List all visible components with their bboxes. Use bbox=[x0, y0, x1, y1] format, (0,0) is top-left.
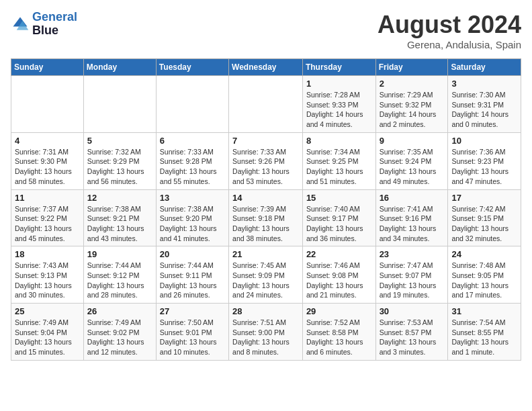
day-info: Sunrise: 7:51 AM Sunset: 9:00 PM Dayligh… bbox=[232, 318, 299, 357]
day-number: 13 bbox=[160, 193, 225, 203]
day-info: Sunrise: 7:49 AM Sunset: 9:02 PM Dayligh… bbox=[87, 318, 152, 357]
day-info: Sunrise: 7:52 AM Sunset: 8:58 PM Dayligh… bbox=[306, 318, 372, 357]
day-info: Sunrise: 7:31 AM Sunset: 9:30 PM Dayligh… bbox=[15, 147, 80, 187]
day-info: Sunrise: 7:37 AM Sunset: 9:22 PM Dayligh… bbox=[15, 204, 80, 244]
day-number: 8 bbox=[306, 136, 372, 146]
day-number: 1 bbox=[306, 79, 372, 89]
day-info: Sunrise: 7:49 AM Sunset: 9:04 PM Dayligh… bbox=[15, 318, 80, 357]
day-number: 30 bbox=[380, 306, 445, 316]
calendar-day-cell: 3Sunrise: 7:30 AM Sunset: 9:31 PM Daylig… bbox=[448, 76, 521, 133]
day-number: 28 bbox=[232, 306, 299, 316]
day-number: 27 bbox=[160, 306, 225, 316]
calendar-day-cell bbox=[11, 76, 84, 133]
calendar-day-cell: 2Sunrise: 7:29 AM Sunset: 9:32 PM Daylig… bbox=[375, 76, 448, 133]
day-number: 29 bbox=[306, 306, 372, 316]
day-number: 31 bbox=[451, 306, 517, 316]
calendar-table: SundayMondayTuesdayWednesdayThursdayFrid… bbox=[11, 58, 521, 361]
weekday-header-cell: Tuesday bbox=[156, 59, 228, 76]
day-info: Sunrise: 7:39 AM Sunset: 9:18 PM Dayligh… bbox=[232, 204, 299, 244]
day-info: Sunrise: 7:34 AM Sunset: 9:25 PM Dayligh… bbox=[306, 147, 372, 187]
day-info: Sunrise: 7:29 AM Sunset: 9:32 PM Dayligh… bbox=[380, 90, 445, 130]
day-info: Sunrise: 7:48 AM Sunset: 9:05 PM Dayligh… bbox=[451, 261, 517, 300]
title-block: August 2024 Gerena, Andalusia, Spain bbox=[378, 11, 521, 50]
day-info: Sunrise: 7:38 AM Sunset: 9:20 PM Dayligh… bbox=[160, 204, 225, 244]
day-number: 12 bbox=[87, 193, 152, 203]
day-number: 18 bbox=[15, 249, 80, 259]
calendar-day-cell: 20Sunrise: 7:44 AM Sunset: 9:11 PM Dayli… bbox=[156, 246, 228, 304]
calendar-day-cell: 31Sunrise: 7:54 AM Sunset: 8:55 PM Dayli… bbox=[448, 304, 521, 361]
calendar-week-row: 4Sunrise: 7:31 AM Sunset: 9:30 PM Daylig… bbox=[11, 132, 521, 189]
weekday-header-cell: Thursday bbox=[302, 59, 375, 76]
day-number: 17 bbox=[451, 193, 517, 203]
calendar-week-row: 11Sunrise: 7:37 AM Sunset: 9:22 PM Dayli… bbox=[11, 189, 521, 246]
day-info: Sunrise: 7:42 AM Sunset: 9:15 PM Dayligh… bbox=[451, 204, 517, 244]
calendar-day-cell: 11Sunrise: 7:37 AM Sunset: 9:22 PM Dayli… bbox=[11, 189, 84, 246]
day-number: 16 bbox=[380, 193, 445, 203]
day-info: Sunrise: 7:28 AM Sunset: 9:33 PM Dayligh… bbox=[306, 90, 372, 130]
calendar-day-cell: 9Sunrise: 7:35 AM Sunset: 9:24 PM Daylig… bbox=[375, 132, 448, 189]
day-info: Sunrise: 7:36 AM Sunset: 9:23 PM Dayligh… bbox=[451, 147, 517, 187]
day-number: 20 bbox=[160, 249, 225, 259]
location-subtitle: Gerena, Andalusia, Spain bbox=[378, 39, 521, 50]
calendar-week-row: 18Sunrise: 7:43 AM Sunset: 9:13 PM Dayli… bbox=[11, 246, 521, 304]
logo: General Blue bbox=[11, 11, 77, 38]
day-number: 24 bbox=[451, 249, 517, 259]
day-number: 11 bbox=[15, 193, 80, 203]
day-info: Sunrise: 7:53 AM Sunset: 8:57 PM Dayligh… bbox=[380, 318, 445, 357]
day-number: 21 bbox=[232, 249, 299, 259]
logo-text: General Blue bbox=[32, 11, 77, 38]
day-info: Sunrise: 7:41 AM Sunset: 9:16 PM Dayligh… bbox=[380, 204, 445, 244]
day-number: 25 bbox=[15, 306, 80, 316]
day-number: 23 bbox=[380, 249, 445, 259]
calendar-day-cell: 7Sunrise: 7:33 AM Sunset: 9:26 PM Daylig… bbox=[229, 132, 303, 189]
calendar-day-cell: 1Sunrise: 7:28 AM Sunset: 9:33 PM Daylig… bbox=[302, 76, 375, 133]
day-number: 6 bbox=[160, 136, 225, 146]
weekday-header-cell: Friday bbox=[375, 59, 448, 76]
calendar-week-row: 1Sunrise: 7:28 AM Sunset: 9:33 PM Daylig… bbox=[11, 76, 521, 133]
calendar-day-cell: 28Sunrise: 7:51 AM Sunset: 9:00 PM Dayli… bbox=[229, 304, 303, 361]
calendar-day-cell: 15Sunrise: 7:40 AM Sunset: 9:17 PM Dayli… bbox=[302, 189, 375, 246]
calendar-day-cell: 10Sunrise: 7:36 AM Sunset: 9:23 PM Dayli… bbox=[448, 132, 521, 189]
day-info: Sunrise: 7:43 AM Sunset: 9:13 PM Dayligh… bbox=[15, 261, 80, 300]
calendar-day-cell: 17Sunrise: 7:42 AM Sunset: 9:15 PM Dayli… bbox=[448, 189, 521, 246]
day-info: Sunrise: 7:32 AM Sunset: 9:29 PM Dayligh… bbox=[87, 147, 152, 187]
day-info: Sunrise: 7:46 AM Sunset: 9:08 PM Dayligh… bbox=[306, 261, 372, 300]
calendar-day-cell: 21Sunrise: 7:45 AM Sunset: 9:09 PM Dayli… bbox=[229, 246, 303, 304]
calendar-day-cell: 5Sunrise: 7:32 AM Sunset: 9:29 PM Daylig… bbox=[83, 132, 156, 189]
day-info: Sunrise: 7:54 AM Sunset: 8:55 PM Dayligh… bbox=[451, 318, 517, 357]
calendar-day-cell: 19Sunrise: 7:44 AM Sunset: 9:12 PM Dayli… bbox=[83, 246, 156, 304]
calendar-day-cell: 22Sunrise: 7:46 AM Sunset: 9:08 PM Dayli… bbox=[302, 246, 375, 304]
day-info: Sunrise: 7:35 AM Sunset: 9:24 PM Dayligh… bbox=[380, 147, 445, 187]
weekday-header-cell: Saturday bbox=[448, 59, 521, 76]
calendar-day-cell: 4Sunrise: 7:31 AM Sunset: 9:30 PM Daylig… bbox=[11, 132, 84, 189]
page-header: General Blue August 2024 Gerena, Andalus… bbox=[11, 11, 521, 50]
logo-icon bbox=[11, 15, 30, 34]
day-number: 7 bbox=[232, 136, 299, 146]
calendar-day-cell: 18Sunrise: 7:43 AM Sunset: 9:13 PM Dayli… bbox=[11, 246, 84, 304]
calendar-week-row: 25Sunrise: 7:49 AM Sunset: 9:04 PM Dayli… bbox=[11, 304, 521, 361]
calendar-day-cell: 16Sunrise: 7:41 AM Sunset: 9:16 PM Dayli… bbox=[375, 189, 448, 246]
day-info: Sunrise: 7:33 AM Sunset: 9:28 PM Dayligh… bbox=[160, 147, 225, 187]
calendar-day-cell: 27Sunrise: 7:50 AM Sunset: 9:01 PM Dayli… bbox=[156, 304, 228, 361]
calendar-day-cell: 13Sunrise: 7:38 AM Sunset: 9:20 PM Dayli… bbox=[156, 189, 228, 246]
day-number: 3 bbox=[451, 79, 517, 89]
weekday-header-cell: Wednesday bbox=[229, 59, 303, 76]
day-info: Sunrise: 7:44 AM Sunset: 9:11 PM Dayligh… bbox=[160, 261, 225, 300]
calendar-day-cell bbox=[83, 76, 156, 133]
calendar-day-cell: 14Sunrise: 7:39 AM Sunset: 9:18 PM Dayli… bbox=[229, 189, 303, 246]
day-info: Sunrise: 7:44 AM Sunset: 9:12 PM Dayligh… bbox=[87, 261, 152, 300]
calendar-day-cell: 30Sunrise: 7:53 AM Sunset: 8:57 PM Dayli… bbox=[375, 304, 448, 361]
calendar-day-cell: 6Sunrise: 7:33 AM Sunset: 9:28 PM Daylig… bbox=[156, 132, 228, 189]
calendar-day-cell: 25Sunrise: 7:49 AM Sunset: 9:04 PM Dayli… bbox=[11, 304, 84, 361]
weekday-header-cell: Monday bbox=[83, 59, 156, 76]
day-info: Sunrise: 7:47 AM Sunset: 9:07 PM Dayligh… bbox=[380, 261, 445, 300]
day-number: 22 bbox=[306, 249, 372, 259]
day-info: Sunrise: 7:45 AM Sunset: 9:09 PM Dayligh… bbox=[232, 261, 299, 300]
day-number: 4 bbox=[15, 136, 80, 146]
calendar-day-cell bbox=[156, 76, 228, 133]
calendar-day-cell bbox=[229, 76, 303, 133]
day-number: 9 bbox=[380, 136, 445, 146]
logo-line2: Blue bbox=[32, 24, 77, 38]
day-number: 14 bbox=[232, 193, 299, 203]
day-number: 19 bbox=[87, 249, 152, 259]
